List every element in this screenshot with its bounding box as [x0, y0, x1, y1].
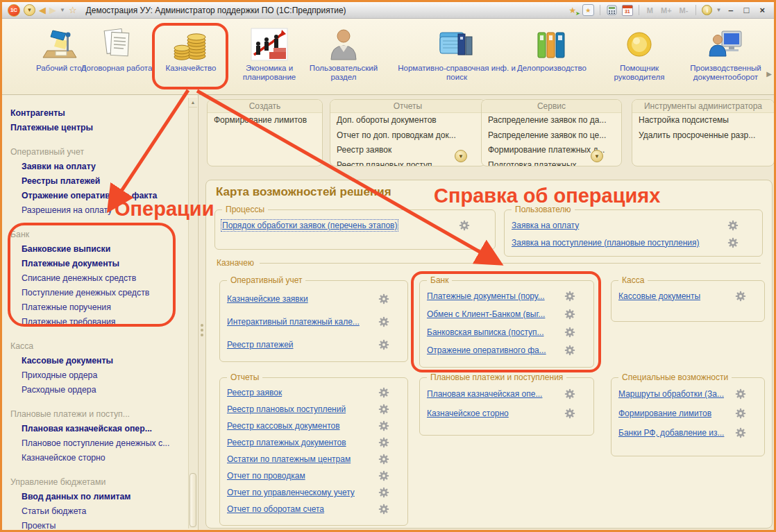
memory-plus-button[interactable]: M+ — [659, 6, 674, 15]
info-dropdown-icon[interactable]: ▼ — [716, 7, 721, 13]
link-account-turnover-report[interactable]: Отчет по оборотам счета — [227, 504, 324, 514]
command-item[interactable]: Формирование лимитов — [208, 113, 322, 128]
more-commands-button[interactable]: ▼ — [455, 150, 467, 162]
gear-icon[interactable] — [378, 316, 389, 327]
gear-icon[interactable] — [564, 327, 575, 338]
section-records-management[interactable]: Делопроизводство — [503, 23, 600, 92]
memory-minus-button[interactable]: M- — [677, 6, 691, 15]
sidebar-item-funds-receipt[interactable]: Поступление денежных средств — [10, 286, 198, 300]
gear-icon[interactable] — [378, 470, 389, 481]
link-cash-documents[interactable]: Кассовые документы — [618, 291, 700, 301]
gear-icon[interactable] — [378, 420, 389, 431]
sidebar-item-outgoing-orders[interactable]: Расходные ордера — [10, 383, 198, 397]
gear-icon[interactable] — [564, 345, 575, 356]
ribbon-overflow-icon[interactable]: ▶ — [766, 70, 772, 78]
link-planned-receipts-register[interactable]: Реестр плановых поступлений — [227, 404, 346, 414]
link-payment-center-balances[interactable]: Остатки по платежным центрам — [227, 454, 351, 464]
sidebar-item-planned-receipt[interactable]: Плановое поступление денежных с... — [10, 436, 198, 451]
sidebar-item-treasury-storno[interactable]: Казначейское сторно — [10, 451, 198, 465]
scrollbar-thumb[interactable] — [189, 473, 196, 527]
gear-icon[interactable] — [378, 437, 389, 448]
sidebar-item-payment-orders[interactable]: Платежные поручения — [10, 300, 198, 315]
sidebar-item-payment-documents[interactable]: Платежные документы — [10, 257, 198, 271]
link-rf-banks-import[interactable]: Банки РФ, добавление из... — [618, 428, 724, 438]
gear-icon[interactable] — [378, 454, 389, 465]
link-client-bank-exchange[interactable]: Обмен с Клиент-Банком (выг... — [427, 309, 545, 319]
section-manager-assistant[interactable]: Помощник руководителя — [598, 23, 681, 92]
memory-recall-button[interactable]: M — [645, 6, 655, 15]
add-favorite-icon[interactable]: ★➤ — [566, 4, 579, 17]
sidebar-item-operational-fact[interactable]: Отражение оперативного факта — [10, 189, 198, 203]
link-planned-treasury-operation[interactable]: Плановая казначейская опе... — [427, 389, 542, 399]
link-treasury-requests[interactable]: Казначейские заявки — [227, 294, 308, 304]
link-postings-report[interactable]: Отчет по проводкам — [227, 471, 305, 481]
calculator-icon[interactable] — [606, 4, 618, 17]
gear-icon[interactable] — [459, 220, 470, 231]
gear-icon[interactable] — [378, 387, 389, 398]
link-interactive-payment-calendar[interactable]: Интерактивный платежный кале... — [227, 317, 360, 327]
maximize-button[interactable]: □ — [741, 5, 753, 15]
sidebar-item-payment-claims[interactable]: Платежные требования — [10, 315, 198, 329]
gear-icon[interactable] — [564, 291, 575, 302]
command-item[interactable]: Доп. обороты документов — [330, 113, 485, 128]
section-contract-work[interactable]: Договорная работа — [78, 23, 155, 92]
gear-icon[interactable] — [378, 487, 389, 498]
sidebar-item-limit-data-entry[interactable]: Ввод данных по лимитам — [10, 490, 198, 504]
sidebar-item-payment-centers[interactable]: Платежные центры — [10, 121, 198, 135]
section-economics-planning[interactable]: Экономика и планирование — [229, 23, 310, 92]
info-button[interactable]: i — [702, 5, 712, 15]
main-menu-button[interactable]: ▼ — [24, 4, 35, 16]
sidebar-item-funds-writeoff[interactable]: Списание денежных средств — [10, 271, 198, 286]
section-treasury[interactable]: Казначейство — [153, 23, 229, 92]
back-button[interactable]: ◀ — [39, 5, 46, 15]
command-item[interactable]: Удалить просроченные разр... — [632, 128, 774, 144]
link-cash-documents-register[interactable]: Реестр кассовых документов — [227, 421, 340, 431]
link-payment-register[interactable]: Реестр платежей — [227, 340, 294, 350]
sidebar-item-budget-articles[interactable]: Статьи бюджета — [10, 504, 198, 519]
command-item[interactable]: Распределение заявок по да... — [482, 113, 621, 128]
link-receipt-request[interactable]: Заявка на поступление (плановые поступле… — [512, 238, 700, 248]
sidebar-item-payment-permissions[interactable]: Разрешения на оплату — [10, 203, 198, 218]
gear-icon[interactable] — [735, 427, 746, 438]
gear-icon[interactable] — [378, 504, 389, 515]
close-button[interactable]: × — [756, 5, 768, 15]
link-processing-routes[interactable]: Маршруты обработки (За... — [618, 389, 724, 399]
sidebar-item-planned-treasury-op[interactable]: Плановая казначейская опер... — [10, 422, 198, 436]
sidebar-item-kontragenty[interactable]: Контрагенты — [10, 106, 198, 121]
more-commands-button[interactable]: ▼ — [591, 150, 603, 162]
history-dropdown-icon[interactable]: ▼ — [60, 7, 65, 13]
gear-icon[interactable] — [378, 293, 389, 304]
link-limit-formation[interactable]: Формирование лимитов — [618, 409, 711, 418]
favorites-star-icon[interactable]: ☆ — [69, 5, 77, 15]
link-management-accounting-report[interactable]: Отчет по управленческому учету — [227, 488, 355, 497]
link-treasury-storno[interactable]: Казначейское сторно — [427, 409, 509, 418]
link-request-processing-order[interactable]: Порядок обработки заявок (перечень этапо… — [222, 221, 397, 230]
minimize-button[interactable]: – — [725, 5, 736, 15]
gear-icon[interactable] — [727, 237, 739, 248]
link-payment-documents-register[interactable]: Реестр платежных документов — [227, 438, 346, 447]
section-user[interactable]: Пользовательский раздел — [302, 23, 385, 92]
link-payment-request[interactable]: Заявка на оплату — [512, 221, 579, 230]
sidebar-scrollbar[interactable]: ▲ — [188, 98, 197, 529]
sidebar-splitter[interactable] — [199, 95, 205, 530]
sidebar-item-projects[interactable]: Проекты — [10, 519, 198, 532]
gear-icon[interactable] — [727, 220, 739, 231]
command-item[interactable]: Распределение заявок по це... — [482, 128, 621, 144]
favorites-list-icon[interactable]: ★ — [582, 4, 594, 16]
link-bank-statement[interactable]: Банковская выписка (поступ... — [427, 327, 544, 337]
link-operational-fact-reflection[interactable]: Отражение оперативного фа... — [427, 345, 546, 355]
gear-icon[interactable] — [378, 404, 389, 415]
sidebar-item-payment-registers[interactable]: Реестры платежей — [10, 174, 198, 189]
calendar-icon[interactable]: 31 — [622, 5, 633, 16]
link-requests-register[interactable]: Реестр заявок — [227, 388, 282, 397]
gear-icon[interactable] — [564, 408, 575, 419]
forward-button[interactable]: ▶ — [49, 5, 56, 15]
sidebar-item-bank-statements[interactable]: Банковские выписки — [10, 242, 198, 257]
gear-icon[interactable] — [735, 408, 746, 419]
gear-icon[interactable] — [564, 388, 575, 400]
scroll-up-icon[interactable]: ▲ — [189, 98, 197, 108]
command-item[interactable]: Отчет по доп. проводкам док... — [330, 128, 485, 144]
link-payment-documents[interactable]: Платежные документы (пору... — [427, 291, 545, 301]
command-item[interactable]: Настройка подсистемы — [632, 113, 774, 128]
gear-icon[interactable] — [564, 309, 575, 320]
